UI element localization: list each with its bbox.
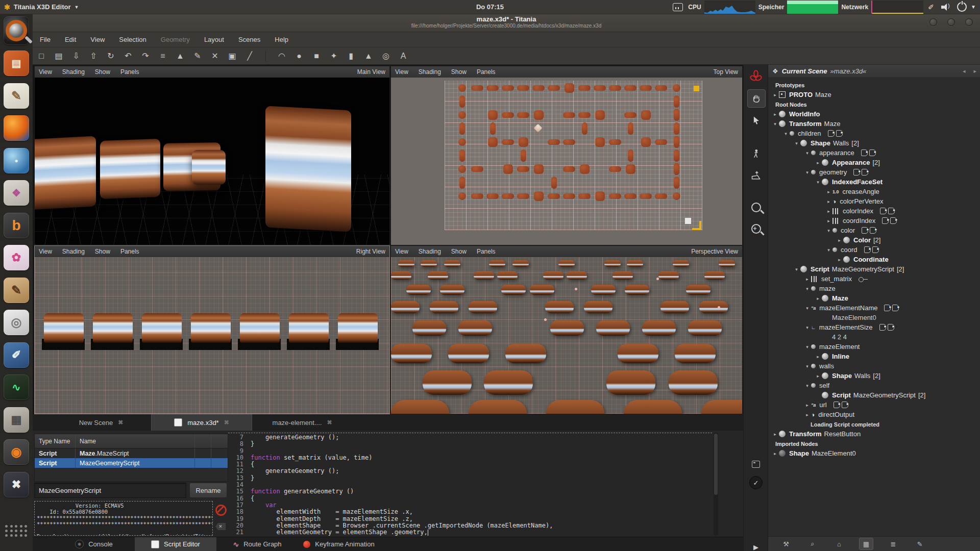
- home-icon[interactable]: ⌂: [832, 538, 846, 549]
- import-icon[interactable]: ⇩: [68, 51, 84, 61]
- plane-tool-button[interactable]: [747, 167, 765, 184]
- launcher-app-titania[interactable]: [4, 16, 29, 45]
- tree-row[interactable]: ▾TransformMaze: [768, 119, 980, 129]
- expander-icon[interactable]: ▸: [803, 403, 811, 408]
- expander-icon[interactable]: ▾: [803, 364, 811, 369]
- expander-icon[interactable]: ▾: [803, 286, 811, 291]
- expander-icon[interactable]: ▾: [793, 141, 800, 146]
- rename-button[interactable]: Rename: [189, 483, 227, 498]
- network-graph[interactable]: [871, 1, 923, 14]
- launcher-app-paint[interactable]: ✿: [4, 245, 29, 270]
- menu-scenes[interactable]: Scenes: [231, 36, 267, 43]
- scene-tab[interactable]: maze.x3d*✖: [151, 414, 252, 431]
- top-view-canvas[interactable]: [391, 78, 742, 245]
- menu-help[interactable]: Help: [267, 36, 296, 43]
- hand-tool-button[interactable]: [747, 89, 766, 108]
- script-table-row[interactable]: ScriptMaze.MazeScript: [35, 448, 228, 458]
- viewport-main[interactable]: ViewShadingShowPanels Main View: [34, 66, 390, 245]
- tree-row[interactable]: ▸ShapeMazeElement0: [768, 448, 980, 458]
- viewport-menu-panels[interactable]: Panels: [477, 68, 496, 76]
- tree-row[interactable]: ▾IndexedFaceSet: [768, 177, 980, 187]
- brush-icon[interactable]: ✎: [913, 538, 926, 549]
- expander-icon[interactable]: ▸: [803, 277, 811, 282]
- viewport-menu-shading[interactable]: Shading: [62, 68, 85, 76]
- walk-tool-button[interactable]: [747, 145, 765, 163]
- expander-icon[interactable]: ▾: [825, 228, 832, 233]
- expander-icon[interactable]: ▾: [771, 121, 779, 127]
- cylinder-icon[interactable]: ▮: [344, 51, 359, 61]
- look-at-tool-button[interactable]: [747, 198, 765, 216]
- menu-view[interactable]: View: [83, 36, 112, 43]
- expander-icon[interactable]: ▾: [803, 344, 811, 349]
- copy-badge-icon[interactable]: [853, 169, 860, 176]
- viewport-menu-show[interactable]: Show: [95, 248, 110, 255]
- code-line[interactable]: 14: [228, 482, 712, 488]
- tree-row[interactable]: ▾ShapeWalls[2]: [768, 138, 980, 148]
- tree-row[interactable]: ▸set_matrix: [768, 274, 980, 284]
- outline-editor-icon[interactable]: ≡: [155, 52, 170, 61]
- viewport-menu-view[interactable]: View: [39, 68, 52, 76]
- show-apps-icon[interactable]: [5, 525, 28, 537]
- expander-icon[interactable]: ▸: [836, 238, 843, 243]
- copy-badge-icon[interactable]: [880, 208, 887, 214]
- column-header-name[interactable]: Name: [76, 434, 195, 448]
- new-file-icon[interactable]: □: [34, 52, 49, 61]
- search-icon[interactable]: ⌕: [806, 538, 819, 549]
- viewport-menu-view[interactable]: View: [39, 248, 52, 255]
- right-view-canvas[interactable]: [35, 257, 389, 414]
- rename-input[interactable]: [34, 483, 186, 498]
- window-minimize-button[interactable]: [929, 18, 937, 26]
- paste-badge-icon[interactable]: [892, 305, 899, 311]
- tree-row[interactable]: ▾"amazeElementName: [768, 303, 980, 313]
- launcher-app-blender[interactable]: ◉: [4, 439, 29, 465]
- viewport-menu-shading[interactable]: Shading: [419, 68, 441, 76]
- code-line[interactable]: 15function generateGeometry (): [228, 488, 712, 495]
- tree-row[interactable]: ▸PROTOMaze: [768, 90, 980, 99]
- paste-badge-icon[interactable]: [890, 217, 897, 224]
- selection-handle[interactable]: [685, 218, 691, 224]
- tree-row[interactable]: ▾children: [768, 129, 980, 138]
- copy-badge-icon[interactable]: [861, 149, 868, 156]
- launcher-app-spiral[interactable]: ◎: [4, 310, 29, 335]
- arc-icon[interactable]: ◠: [274, 51, 289, 61]
- viewport-top[interactable]: ViewShadingShowPanels Top View: [390, 66, 743, 245]
- launcher-app-firefox[interactable]: [4, 115, 29, 141]
- expander-icon[interactable]: ▸: [771, 432, 779, 437]
- main-view-canvas[interactable]: [35, 78, 389, 245]
- tablet-pen-icon[interactable]: ✐: [923, 3, 939, 11]
- perspective-view-canvas[interactable]: [391, 257, 742, 414]
- launcher-app-blue-globe[interactable]: ●: [4, 148, 29, 173]
- code-scrollbar[interactable]: [714, 433, 718, 536]
- session-caret-icon[interactable]: ▼: [971, 4, 976, 10]
- tree-row[interactable]: ▸coordIndex: [768, 216, 980, 226]
- save-icon[interactable]: ⇧: [86, 51, 101, 61]
- copy-badge-icon[interactable]: [828, 130, 835, 137]
- menu-edit[interactable]: Edit: [58, 36, 83, 43]
- titlebar[interactable]: maze.x3d* - Titania file:///home/holger/…: [33, 14, 980, 32]
- scene-tab[interactable]: New Scene✖: [51, 414, 151, 431]
- code-line[interactable]: 12 generateGeometry ();: [228, 468, 712, 474]
- tree-row[interactable]: ▸Color[2]: [768, 235, 980, 245]
- viewport-menu-panels[interactable]: Panels: [120, 248, 139, 255]
- expander-icon[interactable]: ▸: [771, 451, 779, 456]
- launcher-app-calculator[interactable]: ▦: [4, 407, 29, 433]
- scene-tab[interactable]: maze-element....✖: [252, 414, 352, 431]
- expander-icon[interactable]: ▾: [793, 267, 800, 272]
- open-file-icon[interactable]: ▤: [51, 51, 66, 61]
- tool-tab-keyframe-animation[interactable]: Keyframe Animation: [298, 537, 380, 551]
- code-line[interactable]: 18 elementWidth = mazeElementSize .x,: [228, 509, 712, 515]
- disk-icon[interactable]: ◎: [378, 51, 394, 61]
- viewport-right[interactable]: ViewShadingShowPanels Right View: [34, 245, 390, 414]
- expander-icon[interactable]: ▾: [803, 151, 811, 156]
- code-line[interactable]: 7 generateGeometry ();: [228, 434, 712, 441]
- copy-badge-icon[interactable]: [882, 217, 889, 224]
- expander-icon[interactable]: ▸: [771, 112, 779, 117]
- expander-icon[interactable]: ▸: [814, 160, 822, 165]
- expander-icon[interactable]: ▾: [803, 383, 811, 388]
- expander-icon[interactable]: ▸: [814, 373, 822, 379]
- bank-icon[interactable]: ▦: [859, 538, 873, 550]
- tree-row[interactable]: ▸◑directOutput: [768, 410, 980, 419]
- copy-badge-icon[interactable]: [864, 246, 871, 253]
- no-entry-icon[interactable]: [215, 505, 227, 516]
- tree-row[interactable]: ▾coord: [768, 245, 980, 255]
